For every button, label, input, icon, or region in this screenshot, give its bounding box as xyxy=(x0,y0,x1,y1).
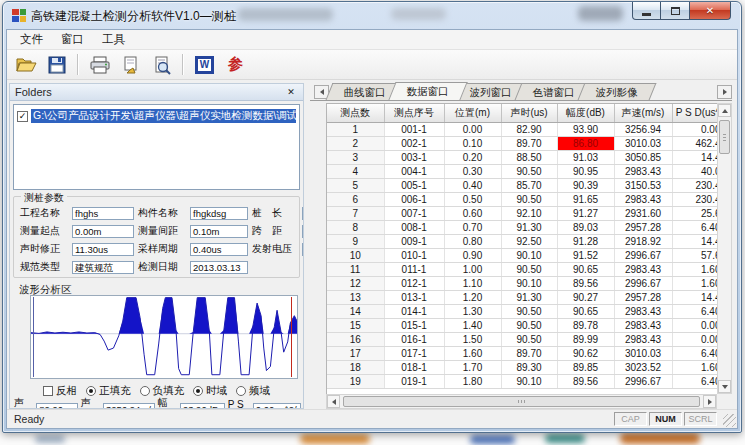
table-cell[interactable]: 10 xyxy=(327,248,384,262)
minimize-button[interactable] xyxy=(632,2,661,20)
table-cell[interactable]: 7 xyxy=(327,206,384,220)
table-row[interactable]: 2002-10.1089.7086.803010.03462.4 xyxy=(327,136,717,150)
table-cell[interactable]: 0.40 xyxy=(444,178,501,192)
table-cell[interactable]: 230.4 xyxy=(672,178,717,192)
table-cell[interactable]: 3256.94 xyxy=(614,122,672,136)
table-cell[interactable]: 8 xyxy=(327,220,384,234)
table-cell[interactable]: 89.78 xyxy=(557,318,614,332)
table-cell[interactable]: 91.28 xyxy=(557,234,614,248)
table-cell[interactable]: 001-1 xyxy=(384,122,444,136)
parameters-button[interactable]: 参 xyxy=(222,52,249,77)
table-cell[interactable]: 1 xyxy=(327,122,384,136)
table-cell[interactable]: 0.60 xyxy=(444,206,501,220)
table-cell[interactable]: 91.03 xyxy=(557,150,614,164)
horizontal-scroll-thumb[interactable] xyxy=(343,396,700,407)
table-cell[interactable]: 6.40 xyxy=(672,374,717,388)
table-cell[interactable]: 89.85 xyxy=(557,360,614,374)
table-cell[interactable]: 14.4 xyxy=(672,290,717,304)
open-file-button[interactable] xyxy=(12,52,39,77)
table-cell[interactable]: 007-1 xyxy=(384,206,444,220)
table-cell[interactable]: 14.4 xyxy=(672,234,717,248)
table-row[interactable]: 3003-10.2088.5091.033050.8514.4 xyxy=(327,150,717,164)
table-cell[interactable]: 85.70 xyxy=(501,178,557,192)
highlighted-cell[interactable]: 86.80 xyxy=(557,136,614,150)
param-field-8[interactable]: 500V xyxy=(302,243,304,256)
table-row[interactable]: 6006-10.5090.5091.652983.43230.4 xyxy=(327,192,717,206)
table-cell[interactable]: 013-1 xyxy=(384,290,444,304)
table-cell[interactable]: 0.50 xyxy=(444,192,501,206)
save-button[interactable] xyxy=(43,52,70,77)
table-cell[interactable]: 9 xyxy=(327,234,384,248)
table-cell[interactable]: 0.00 xyxy=(672,318,717,332)
table-row[interactable]: 19019-11.8090.1089.562996.676.40 xyxy=(327,374,717,388)
table-row[interactable]: 8008-10.7091.3089.032957.286.40 xyxy=(327,220,717,234)
table-cell[interactable]: 6.40 xyxy=(672,346,717,360)
title-bar[interactable]: 高铁建混凝土检测分析软件V1.0—测桩 ✕ xyxy=(3,2,741,29)
table-cell[interactable]: 1.20 xyxy=(444,290,501,304)
table-row[interactable]: 7007-10.6092.1091.272931.6025.6 xyxy=(327,206,717,220)
table-cell[interactable]: 0.80 xyxy=(444,234,501,248)
table-cell[interactable]: 012-1 xyxy=(384,276,444,290)
table-cell[interactable]: 0.00 xyxy=(444,122,501,136)
table-cell[interactable]: 14 xyxy=(327,304,384,318)
table-cell[interactable]: 014-1 xyxy=(384,304,444,318)
table-cell[interactable]: 89.70 xyxy=(501,136,557,150)
table-cell[interactable]: 2983.43 xyxy=(614,164,672,178)
table-cell[interactable]: 1.10 xyxy=(444,276,501,290)
table-cell[interactable]: 5 xyxy=(327,178,384,192)
table-cell[interactable]: 2957.28 xyxy=(614,220,672,234)
table-cell[interactable]: 0.20 xyxy=(444,150,501,164)
table-cell[interactable]: 0.70 xyxy=(444,220,501,234)
table-row[interactable]: 14014-11.3090.5090.652983.436.40 xyxy=(327,304,717,318)
table-cell[interactable]: 1.60 xyxy=(672,262,717,276)
table-cell[interactable]: 3050.85 xyxy=(614,150,672,164)
table-cell[interactable]: 6 xyxy=(327,192,384,206)
vertical-scroll-thumb[interactable] xyxy=(719,120,730,154)
param-field-10[interactable]: 2013.03.13 xyxy=(190,261,248,274)
waveform-cursor-line[interactable] xyxy=(291,297,292,377)
print-button[interactable] xyxy=(86,52,113,77)
table-cell[interactable]: 91.65 xyxy=(557,192,614,206)
scroll-down-button[interactable] xyxy=(718,380,731,393)
column-header-1[interactable]: 测点序号 xyxy=(384,104,444,122)
column-header-0[interactable]: 测点数 xyxy=(327,104,384,122)
table-cell[interactable]: 90.50 xyxy=(501,164,557,178)
param-field-1[interactable]: fhgkdsg xyxy=(190,207,248,220)
table-cell[interactable]: 1.80 xyxy=(444,374,501,388)
table-cell[interactable]: 93.90 xyxy=(557,122,614,136)
table-cell[interactable]: 010-1 xyxy=(384,248,444,262)
table-cell[interactable]: 005-1 xyxy=(384,178,444,192)
table-cell[interactable]: 3010.03 xyxy=(614,346,672,360)
radio-3[interactable]: 时域 xyxy=(193,384,227,398)
checkbox-0[interactable]: 反相 xyxy=(43,384,77,398)
table-cell[interactable]: 011-1 xyxy=(384,262,444,276)
table-row[interactable]: 12012-11.1090.1089.562996.671.60 xyxy=(327,276,717,290)
table-cell[interactable]: 017-1 xyxy=(384,346,444,360)
table-cell[interactable]: 40.0 xyxy=(672,164,717,178)
table-cell[interactable]: 12 xyxy=(327,276,384,290)
table-cell[interactable]: 90.65 xyxy=(557,304,614,318)
table-cell[interactable]: 1.40 xyxy=(444,318,501,332)
table-row[interactable]: 5005-10.4085.7090.393150.53230.4 xyxy=(327,178,717,192)
table-cell[interactable]: 88.50 xyxy=(501,150,557,164)
table-cell[interactable]: 1.60 xyxy=(672,276,717,290)
waveform-plot[interactable] xyxy=(30,295,298,379)
checkbox-icon[interactable] xyxy=(43,386,53,396)
table-cell[interactable]: 82.90 xyxy=(501,122,557,136)
horizontal-scrollbar[interactable] xyxy=(326,394,717,409)
folder-tree-item[interactable]: ✓ G:\公司产品设计开发\超声仪器\超声仪实地检测数据\调试桩qd\qd03\… xyxy=(17,109,296,123)
radio-checked-icon[interactable] xyxy=(193,386,203,396)
table-cell[interactable]: 009-1 xyxy=(384,234,444,248)
table-cell[interactable]: 019-1 xyxy=(384,374,444,388)
table-cell[interactable]: 19 xyxy=(327,374,384,388)
table-cell[interactable]: 90.10 xyxy=(501,248,557,262)
tab-scroll-right-button[interactable] xyxy=(717,85,732,99)
table-cell[interactable]: 3 xyxy=(327,150,384,164)
table-row[interactable]: 18018-11.7089.3089.853023.521.60 xyxy=(327,360,717,374)
menu-item-2[interactable]: 工具 xyxy=(93,30,134,49)
column-header-4[interactable]: 幅度(dB) xyxy=(557,104,614,122)
checkbox-checked-icon[interactable]: ✓ xyxy=(17,111,28,122)
column-header-3[interactable]: 声时(us) xyxy=(501,104,557,122)
table-cell[interactable]: 89.56 xyxy=(557,276,614,290)
table-cell[interactable]: 90.50 xyxy=(501,262,557,276)
